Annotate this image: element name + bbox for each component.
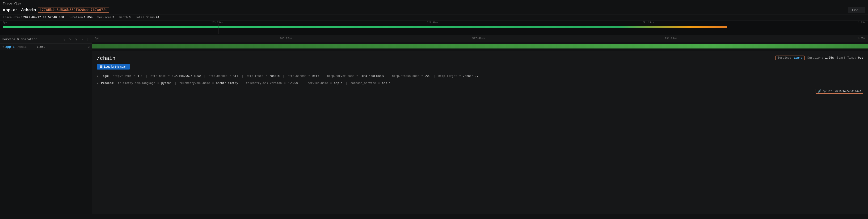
pause-button[interactable]: || [86, 37, 89, 42]
service-badge-label: Service: [778, 56, 791, 60]
detail-timeline-header: 0μs 263.75ms 527.49ms 791.24ms 1.05s [92, 35, 868, 42]
span-id-value: d410eb45cc61f442 [835, 90, 861, 93]
tag-http-flavor: http.flavor = 1.1 [113, 75, 145, 78]
expand-button[interactable]: ∨ [74, 37, 79, 42]
trace-id-row: app-a: /chain 17785b4c3d530b832fb28ede76… [3, 7, 865, 13]
timeline-green-segment [3, 26, 727, 28]
main-area: Service & Operation ∨ > ∨ » || ∨ app-a /… [0, 35, 868, 214]
tag-separator-6: | [387, 75, 389, 78]
left-panel: Service & Operation ∨ > ∨ » || ∨ app-a /… [0, 35, 92, 214]
left-panel-title: Service & Operation [2, 37, 60, 41]
timeline-ticks: 0μs 263.75ms 527.49ms 791.24ms 1.05s [0, 21, 868, 24]
process-section: ▶ Process: telemetry.sdk.language = pyth… [97, 81, 863, 86]
process-sdk-version: telemetry.sdk.version = 1.10.0 [246, 82, 300, 85]
span-detail: /chain ☰ Logs for this span Service: app… [92, 51, 868, 214]
detail-tick-3: 791.24ms [665, 37, 677, 40]
service-separator: /chain [16, 45, 29, 49]
duration-label: Duration [69, 16, 83, 19]
depth-label: Depth [119, 16, 128, 19]
link-icon: 🔗 [818, 89, 821, 93]
tags-section: ▶ Tags: http.flavor = 1.1 | http.host = … [97, 74, 863, 79]
next-button[interactable]: > [68, 37, 72, 42]
span-duration-label: Duration: [807, 56, 824, 60]
timeline-vline-3 [650, 24, 650, 34]
duration-value: 1.05s [84, 16, 93, 19]
span-meta-right: Service: app-a Duration: 1.05s Start Tim… [775, 56, 863, 60]
tag-separator-2: | [204, 75, 206, 78]
service-row-icon: ⊡ [88, 45, 89, 49]
collapse-button[interactable]: ∨ [62, 37, 67, 42]
span-duration: Duration: 1.05s [807, 56, 834, 60]
tag-http-route: http.route = /chain [246, 75, 281, 78]
right-panel: 0μs 263.75ms 527.49ms 791.24ms 1.05s /ch… [92, 35, 868, 214]
span-bar-row[interactable] [92, 42, 868, 51]
meta-row: Trace Start 2022-04-17 00:57:46.858 Dura… [0, 15, 868, 21]
tags-expand-arrow[interactable]: ▶ [97, 75, 98, 78]
services-label: Services [97, 16, 112, 19]
timeline-overview: 0μs 263.75ms 527.49ms 791.24ms 1.05s [0, 21, 868, 35]
trace-id-label: app-a: /chain 17785b4c3d530b832fb28ede76… [3, 7, 109, 12]
process-sdk-name: telemetry.sdk.name = opentelemetry [179, 82, 240, 85]
find-button[interactable]: Find... [848, 7, 865, 13]
tag-separator-5: | [322, 75, 324, 78]
service-name: app-a [5, 45, 14, 49]
span-start-value: 0μs [858, 56, 863, 60]
tags-label: Tags: [101, 75, 110, 78]
tag-http-target: http.target = /chain... [438, 75, 478, 78]
trace-id-value: 17785b4c3d530b832fb28ede767c672c [38, 7, 109, 12]
timeline-vline-2 [434, 24, 434, 34]
service-op-title: app-a: /chain [3, 8, 36, 12]
span-operation-name: /chain ☰ Logs for this span [97, 56, 130, 70]
detail-tick-1: 263.75ms [280, 37, 292, 40]
page-title: Trace View [3, 2, 865, 5]
span-start-time: Start Time: 0μs [837, 56, 863, 60]
trace-start-value: 2022-04-17 00:57:46.858 [23, 16, 64, 19]
span-vline-1 [286, 42, 286, 51]
logs-icon: ☰ [100, 65, 103, 69]
span-id-badge: 🔗 SpanID: d410eb45cc61f442 [816, 89, 863, 94]
tick-2: 527.49ms [427, 21, 438, 24]
total-spans-label: Total Spans [135, 16, 155, 19]
process-separator-3: | [301, 82, 303, 85]
tag-http-status: http.status_code = 200 [392, 75, 432, 78]
operation-title: /chain [97, 56, 130, 61]
tag-http-method: http.method = GET [209, 75, 240, 78]
tag-http-scheme: http.scheme = http [288, 75, 321, 78]
process-sdk-lang: telemetry.sdk.language = python [118, 82, 173, 85]
service-name-highlighted: service.name = app-a | compose_service =… [306, 81, 392, 85]
tag-separator-1: | [146, 75, 147, 78]
service-badge-value: app-a [794, 56, 802, 60]
process-separator-1: | [175, 82, 176, 85]
chevron-down-icon: ∨ [2, 46, 4, 49]
logs-for-span-button[interactable]: ☰ Logs for this span [97, 64, 130, 70]
detail-tick-0: 0μs [95, 37, 100, 40]
more-button[interactable]: » [80, 37, 84, 42]
process-label: Process: [101, 82, 115, 85]
tag-separator-3: | [242, 75, 243, 78]
detail-tick-2: 527.49ms [472, 37, 485, 40]
span-detail-header: /chain ☰ Logs for this span Service: app… [97, 56, 863, 70]
span-start-label: Start Time: [837, 56, 856, 60]
service-duration: 1.05s [37, 46, 45, 49]
detail-tick-4: 1.05s [857, 37, 865, 40]
timeline-bar[interactable] [3, 24, 865, 34]
span-id-row: 🔗 SpanID: d410eb45cc61f442 [97, 89, 863, 94]
tick-3: 791.24ms [642, 21, 654, 24]
span-vline-3 [674, 42, 674, 51]
total-spans-value: 24 [156, 16, 159, 19]
service-pipe: | [30, 45, 36, 49]
tag-http-server-name: http.server_name = localhost:8000 [327, 75, 386, 78]
span-duration-value: 1.05s [825, 56, 834, 60]
tick-1: 263.75ms [211, 21, 222, 24]
tag-separator-7: | [434, 75, 435, 78]
service-badge: Service: app-a [775, 56, 805, 60]
tag-separator-4: | [283, 75, 284, 78]
process-separator-4: | [346, 82, 347, 85]
tag-http-host: http.host = 192.168.96.6:8000 [151, 75, 203, 78]
span-id-label: SpanID: [823, 90, 834, 93]
process-separator-2: | [241, 82, 243, 85]
logs-btn-label: Logs for this span [104, 65, 126, 69]
tick-0: 0μs [3, 21, 7, 24]
process-expand-arrow[interactable]: ▶ [97, 82, 98, 85]
service-row-app-a[interactable]: ∨ app-a /chain | 1.05s ⊡ [0, 44, 92, 50]
